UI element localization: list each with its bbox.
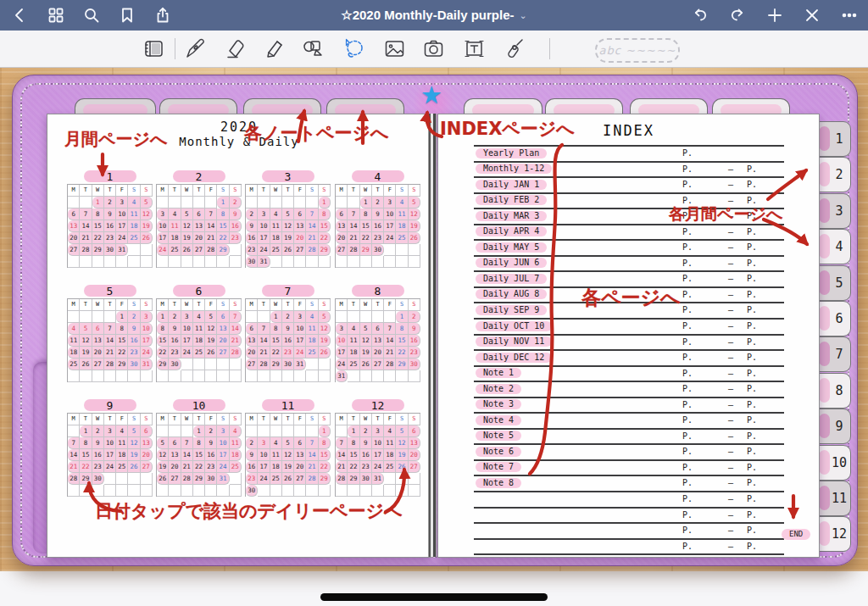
date-cell[interactable]: 14 <box>68 449 80 461</box>
date-cell[interactable]: 31 <box>294 359 306 370</box>
date-cell[interactable]: 22 <box>270 347 282 359</box>
index-row[interactable]: Daily MAY 5P.–P. <box>474 241 784 257</box>
date-cell[interactable]: 1 <box>80 425 92 437</box>
month-label[interactable]: 8 <box>335 283 420 298</box>
date-cell[interactable]: 9 <box>372 208 384 220</box>
date-cell[interactable]: 8 <box>270 323 282 335</box>
date-cell[interactable]: 2 <box>230 197 242 208</box>
date-cell[interactable]: 3 <box>372 425 384 437</box>
index-row[interactable]: Daily DEC 12P.–P. <box>474 351 784 367</box>
date-cell[interactable]: 16 <box>230 220 242 232</box>
date-cell[interactable]: 22 <box>360 232 372 244</box>
date-cell[interactable]: 22 <box>80 461 92 473</box>
pointer-tool-icon[interactable] <box>504 37 526 60</box>
date-cell[interactable]: 3 <box>141 311 153 323</box>
date-cell[interactable]: 17 <box>217 449 229 461</box>
date-cell[interactable]: 23 <box>246 244 258 256</box>
date-cell[interactable]: 17 <box>116 220 128 232</box>
date-cell[interactable]: 11 <box>169 220 181 232</box>
date-cell[interactable]: 13 <box>409 437 420 449</box>
date-cell[interactable]: 12 <box>157 449 169 461</box>
index-row[interactable]: Note 1P.–P. <box>474 367 784 383</box>
date-cell[interactable]: 27 <box>246 359 258 370</box>
date-cell[interactable]: 18 <box>116 449 128 461</box>
date-cell[interactable]: 12 <box>282 449 294 461</box>
date-cell[interactable]: 20 <box>193 232 205 244</box>
date-cell[interactable]: 8 <box>217 208 229 220</box>
date-cell[interactable]: 22 <box>396 347 408 359</box>
date-cell[interactable]: 29 <box>360 244 372 256</box>
date-cell[interactable]: 4 <box>230 425 242 437</box>
date-cell[interactable]: 11 <box>230 437 242 449</box>
date-cell[interactable]: 16 <box>282 335 294 347</box>
date-cell[interactable]: 23 <box>169 347 181 359</box>
date-cell[interactable]: 16 <box>246 232 258 244</box>
date-cell[interactable]: 12 <box>319 323 331 335</box>
date-cell[interactable]: 16 <box>372 220 384 232</box>
more-icon[interactable] <box>841 7 858 24</box>
date-cell[interactable]: 20 <box>336 232 348 244</box>
date-cell[interactable]: 21 <box>336 461 348 473</box>
date-cell[interactable]: 23 <box>104 232 116 244</box>
date-cell[interactable]: 17 <box>258 232 270 244</box>
date-cell[interactable]: 25 <box>270 473 282 485</box>
date-cell[interactable]: 26 <box>128 461 140 473</box>
date-cell[interactable]: 5 <box>80 323 92 335</box>
date-cell[interactable]: 29 <box>92 244 104 256</box>
date-cell[interactable]: 10 <box>116 208 128 220</box>
date-cell[interactable]: 28 <box>336 473 348 485</box>
date-cell[interactable]: 1 <box>319 197 331 208</box>
date-cell[interactable]: 9 <box>360 437 372 449</box>
date-cell[interactable]: 22 <box>157 347 169 359</box>
date-cell[interactable]: 14 <box>306 449 318 461</box>
date-cell[interactable]: 4 <box>306 311 318 323</box>
date-cell[interactable]: 15 <box>92 220 104 232</box>
date-cell[interactable]: 4 <box>384 425 396 437</box>
date-cell[interactable]: 14 <box>348 220 359 232</box>
index-row[interactable]: P.–P. <box>474 524 784 540</box>
date-cell[interactable]: 13 <box>336 220 348 232</box>
date-cell[interactable]: 21 <box>205 232 217 244</box>
undo-icon[interactable] <box>692 7 709 24</box>
date-cell[interactable]: 7 <box>68 437 80 449</box>
date-cell[interactable]: 16 <box>169 335 181 347</box>
date-cell[interactable]: 12 <box>141 208 153 220</box>
date-cell[interactable]: 26 <box>282 244 294 256</box>
date-cell[interactable]: 31 <box>217 473 229 485</box>
date-cell[interactable]: 24 <box>157 244 169 256</box>
index-entry-link[interactable]: Note 4 <box>476 415 521 425</box>
date-cell[interactable]: 15 <box>193 449 205 461</box>
date-cell[interactable]: 6 <box>169 437 181 449</box>
index-row[interactable]: Daily FEB 2P.–P. <box>474 194 784 210</box>
date-cell[interactable]: 14 <box>80 220 92 232</box>
date-cell[interactable]: 8 <box>360 208 372 220</box>
date-cell[interactable]: 13 <box>193 220 205 232</box>
date-cell[interactable]: 12 <box>80 335 92 347</box>
date-cell[interactable]: 7 <box>348 208 359 220</box>
date-cell[interactable]: 31 <box>372 473 384 485</box>
date-cell[interactable]: 5 <box>282 208 294 220</box>
date-cell[interactable]: 30 <box>205 473 217 485</box>
index-row[interactable]: Note 5P.–P. <box>474 430 784 446</box>
date-cell[interactable]: 8 <box>348 437 359 449</box>
date-cell[interactable]: 18 <box>396 220 408 232</box>
date-cell[interactable]: 7 <box>336 437 348 449</box>
date-cell[interactable]: 1 <box>92 197 104 208</box>
date-cell[interactable]: 21 <box>104 347 116 359</box>
date-cell[interactable]: 22 <box>319 461 331 473</box>
date-cell[interactable]: 16 <box>92 449 104 461</box>
date-cell[interactable]: 9 <box>169 323 181 335</box>
index-row[interactable]: Daily OCT 10P.–P. <box>474 320 784 336</box>
date-cell[interactable]: 4 <box>348 323 359 335</box>
date-cell[interactable]: 5 <box>157 437 169 449</box>
date-cell[interactable]: 30 <box>104 244 116 256</box>
date-cell[interactable]: 6 <box>409 425 420 437</box>
date-cell[interactable]: 23 <box>205 461 217 473</box>
date-cell[interactable]: 19 <box>141 220 153 232</box>
date-cell[interactable]: 25 <box>348 359 359 370</box>
date-cell[interactable]: 30 <box>128 359 140 370</box>
date-cell[interactable]: 19 <box>409 220 420 232</box>
date-cell[interactable]: 26 <box>409 232 420 244</box>
date-cell[interactable]: 14 <box>336 449 348 461</box>
index-entry-link[interactable]: Daily OCT 10 <box>476 321 552 331</box>
